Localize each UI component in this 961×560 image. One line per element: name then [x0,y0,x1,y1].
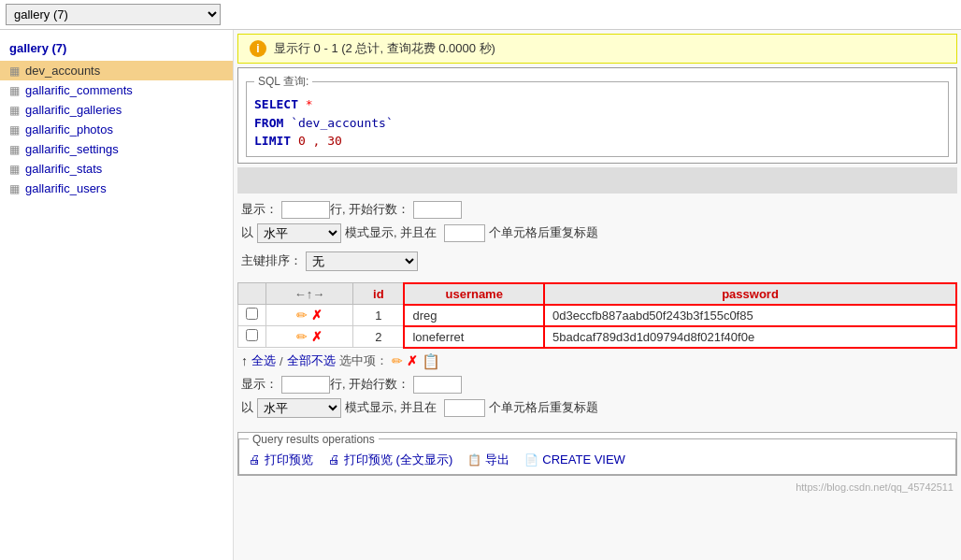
content-area: i 显示行 0 - 1 (2 总计, 查询花费 0.0000 秒) SQL 查询… [234,30,961,560]
row-actions-0: ✏ ✗ [266,305,353,326]
sql-legend: SQL 查询: [254,74,312,90]
sql-select-kw: SELECT [254,97,298,111]
printer2-icon [328,452,340,467]
footer-controls-row1: 显示： 30 行, 开始行数： 0 [241,376,954,394]
footer-controls: 显示： 30 行, 开始行数： 0 以 水平 模式显示, 并且在 100 个单元… [234,374,961,426]
info-message: 显示行 0 - 1 (2 总计, 查询花费 0.0000 秒) [274,40,495,57]
edit-row-0-icon[interactable]: ✏ [296,308,308,323]
footer-mode-prefix: 以 [241,399,253,416]
deselect-all-link[interactable]: 全部不选 [287,352,336,369]
watermark: https://blog.csdn.net/qq_45742511 [234,480,961,495]
sql-limit-nums: 0 , 30 [298,134,342,148]
table-icon: ▦ [9,123,20,136]
delete-selected-icon[interactable]: ✗ [407,353,418,368]
repeat-input[interactable]: 100 [444,224,485,242]
sidebar-item-gallarific_users[interactable]: ▦gallarific_users [0,179,233,198]
footer-show-input[interactable]: 30 [281,376,330,394]
copy-icon[interactable]: 📋 [422,352,440,370]
sql-table-name: `dev_accounts` [291,116,394,130]
table-row: ✏ ✗ 2 loneferret 5badcaf789d3d1d09794d8f… [238,326,957,348]
selected-label: 选中项： [339,352,388,369]
col-username-header[interactable]: username [404,283,544,305]
select-all-link[interactable]: 全选 [251,352,276,369]
mode-select[interactable]: 水平 [257,223,341,243]
footer-mode-suffix: 模式显示, 并且在 [345,399,437,416]
edit-selected-icon[interactable]: ✏ [392,353,403,368]
rows-label: 行, 开始行数： [330,201,409,218]
sidebar-item-gallarific_galleries[interactable]: ▦gallarific_galleries [0,100,233,120]
result-table: ←↑→ id username password ✏ ✗ 1 dreg 0d3e… [237,282,957,349]
table-icon: ▦ [9,182,20,195]
table-icon: ▦ [9,143,20,156]
sidebar: gallery (7) ▦dev_accounts▦gallarific_com… [0,30,234,560]
mode-prefix: 以 [241,224,253,241]
print-preview-button[interactable]: 打印预览 [249,452,313,468]
table-icon: ▦ [9,65,20,78]
table-icon: ▦ [9,104,20,117]
pk-sort-label: 主键排序： [241,252,302,269]
row-username-0: dreg [404,305,544,326]
table-row: ✏ ✗ 1 dreg 0d3eccfb887aabd50f243b3f155c0… [238,305,957,326]
col-check-header [238,283,266,305]
qro-legend: Query results operations [249,433,379,446]
export-icon [467,452,481,467]
sql-star: * [306,97,313,111]
row-id-1: 2 [353,326,405,348]
row-checkbox-1[interactable] [246,329,258,341]
row-username-1: loneferret [404,326,544,348]
table-icon: ▦ [9,84,20,97]
controls: 显示： 30 行, 开始行数： 0 以 水平 模式显示, 并且在 100 个单元… [234,194,961,251]
view-icon [524,452,538,467]
footer-rows-label: 行, 开始行数： [330,376,409,393]
row-check-1 [238,326,266,348]
sidebar-item-gallarific_photos[interactable]: ▦gallarific_photos [0,120,233,139]
table-footer: ↑ 全选 / 全部不选 选中项： ✏ ✗ 📋 [234,349,961,374]
pk-sort-row: 主键排序： 无 [234,251,961,277]
sql-box: SQL 查询: SELECT * FROM `dev_accounts` LIM… [237,67,957,164]
info-bar: i 显示行 0 - 1 (2 总计, 查询花费 0.0000 秒) [237,34,957,64]
sidebar-item-gallarific_settings[interactable]: ▦gallarific_settings [0,139,233,159]
mode-suffix: 模式显示, 并且在 [345,224,437,241]
query-results-box: Query results operations 打印预览 打印预览 (全文显示… [237,432,957,476]
sidebar-item-dev_accounts[interactable]: ▦dev_accounts [0,61,233,80]
footer-start-input[interactable]: 0 [413,376,462,394]
sql-fieldset: SQL 查询: SELECT * FROM `dev_accounts` LIM… [246,74,949,157]
info-icon: i [250,40,266,57]
table-icon: ▦ [9,163,20,176]
sidebar-title: gallery (7) [0,37,233,61]
row-password-1: 5badcaf789d3d1d09794d8f021f40f0e [544,326,956,348]
controls-row1: 显示： 30 行, 开始行数： 0 [241,201,954,219]
sidebar-item-gallarific_comments[interactable]: ▦gallarific_comments [0,80,233,100]
footer-repeat-suffix: 个单元格后重复标题 [489,399,598,416]
qro-fieldset: Query results operations 打印预览 打印预览 (全文显示… [238,433,956,475]
footer-repeat-input[interactable]: 100 [444,399,485,417]
qro-row: 打印预览 打印预览 (全文显示) 导出 CREATE VIEW [249,452,946,468]
col-arrows-header: ←↑→ [266,283,353,305]
col-password-header[interactable]: password [544,283,956,305]
row-password-0: 0d3eccfb887aabd50f243b3f155c0f85 [544,305,956,326]
edit-row-1-icon[interactable]: ✏ [296,329,308,344]
print-full-button[interactable]: 打印预览 (全文显示) [328,452,452,468]
sql-limit-kw: LIMIT [254,134,291,148]
create-view-button[interactable]: CREATE VIEW [524,452,625,467]
pk-sort-select[interactable]: 无 [306,251,418,271]
sql-from-kw: FROM [254,116,283,130]
sql-code: SELECT * FROM `dev_accounts` LIMIT 0 , 3… [254,95,940,151]
row-actions-1: ✏ ✗ [266,326,353,348]
top-bar: gallery (7) [0,0,961,30]
start-input[interactable]: 0 [413,201,462,219]
database-select[interactable]: gallery (7) [6,4,221,25]
printer-icon [249,452,261,467]
row-checkbox-0[interactable] [246,308,258,320]
export-button[interactable]: 导出 [467,452,509,468]
show-input[interactable]: 30 [281,201,330,219]
show-label: 显示： [241,201,278,218]
row-id-0: 1 [353,305,405,326]
repeat-suffix: 个单元格后重复标题 [489,224,598,241]
up-arrow: ↑ [241,353,248,368]
delete-row-0-icon[interactable]: ✗ [311,308,323,323]
sidebar-item-gallarific_stats[interactable]: ▦gallarific_stats [0,159,233,179]
footer-mode-select[interactable]: 水平 [257,398,341,418]
col-id-header[interactable]: id [353,283,405,305]
delete-row-1-icon[interactable]: ✗ [311,329,323,344]
